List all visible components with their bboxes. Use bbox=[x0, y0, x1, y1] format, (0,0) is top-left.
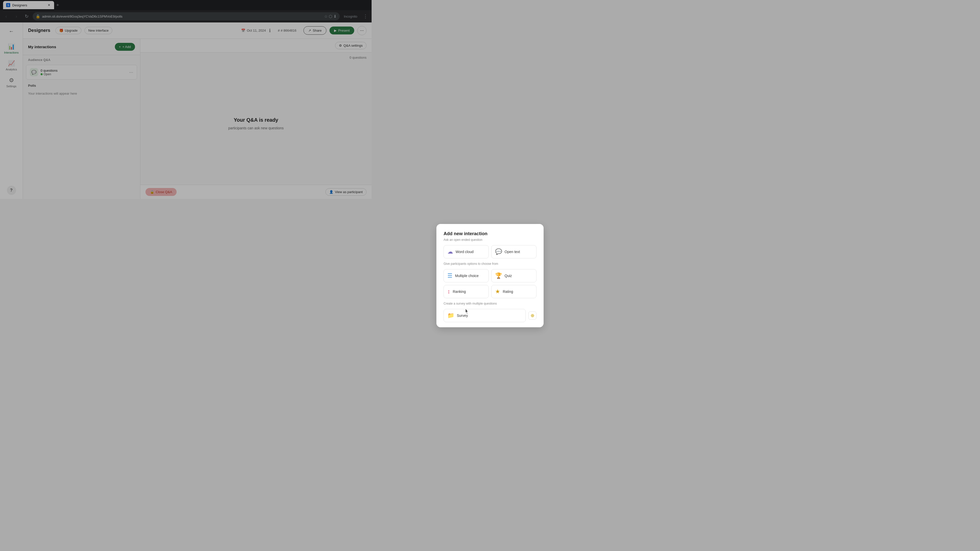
modal-overlay[interactable]: Add new interaction Ask an open ended qu… bbox=[0, 0, 372, 208]
